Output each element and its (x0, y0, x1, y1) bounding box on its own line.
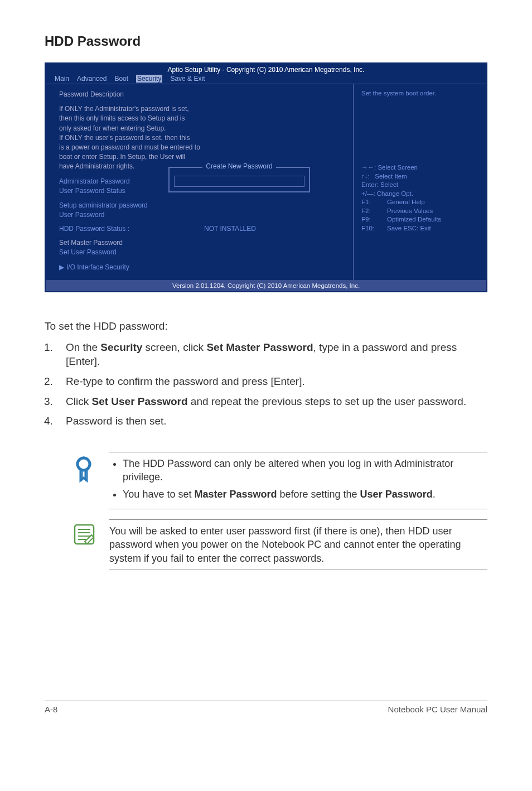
pwd-desc-title: Password Description (59, 90, 343, 99)
tab-security[interactable]: Security (136, 75, 162, 83)
user-password-item[interactable]: User Password (59, 210, 343, 219)
bios-right-pane: Set the system boot order. →←: Select Sc… (354, 84, 486, 280)
pwd-desc-line: If ONLY the user's password is set, then… (59, 133, 343, 142)
password-input[interactable] (174, 176, 304, 187)
step-3: Click Set User Password and repeat the p… (56, 394, 487, 409)
note-text: You will be asked to enter user password… (109, 519, 487, 570)
pwd-desc-line: only asked for when entering Setup. (59, 124, 343, 133)
tab-advanced[interactable]: Advanced (77, 75, 107, 83)
important-bullet-1: The HDD Password can only be altered whe… (123, 457, 487, 484)
pwd-desc-line: then this only limits access to Setup an… (59, 114, 343, 123)
svg-rect-1 (75, 525, 94, 544)
step-1: On the Security screen, click Set Master… (56, 340, 487, 369)
page-number: A-8 (45, 705, 57, 714)
note-callout: You will be asked to enter user password… (72, 519, 487, 570)
help-list: →←: Select Screen ↑↓: Select Item Enter:… (361, 163, 478, 233)
important-icon (72, 452, 98, 509)
setup-admin-password-item[interactable]: Setup administrator password (59, 201, 343, 210)
pwd-desc-line: boot or enter Setup. In Setup, the User … (59, 152, 343, 161)
tab-boot[interactable]: Boot (114, 75, 128, 83)
right-hint: Set the system boot order. (361, 90, 478, 97)
set-user-password-item[interactable]: Set User Password (59, 248, 343, 257)
step-4: Password is then set. (56, 414, 487, 428)
bios-screenshot: Aptio Setup Utility - Copyright (C) 2010… (45, 62, 487, 292)
submenu-arrow-icon: ▶ (59, 263, 64, 271)
hdd-password-status-label: HDD Password Status : (59, 225, 204, 233)
section-title: HDD Password (45, 33, 487, 49)
intro-text: To set the HDD password: (45, 320, 487, 332)
bios-tabs: Main Advanced Boot Security Save & Exit (46, 74, 486, 84)
arrows-vertical-icon: ↑↓ (361, 173, 368, 180)
create-password-popup: Create New Password (168, 167, 310, 192)
set-master-password-item[interactable]: Set Master Password (59, 238, 343, 247)
note-icon (72, 519, 98, 570)
page-footer: A-8 Notebook PC User Manual (45, 701, 487, 714)
bios-header: Aptio Setup Utility - Copyright (C) 2010… (46, 64, 486, 74)
pwd-desc-line: If ONLY the Administrator's password is … (59, 104, 343, 113)
bios-left-pane: Password Description If ONLY the Adminis… (46, 84, 354, 280)
important-callout: The HDD Password can only be altered whe… (72, 452, 487, 509)
important-bullet-2: You have to set Master Password before s… (123, 488, 487, 501)
svg-point-0 (78, 459, 89, 470)
manual-title: Notebook PC User Manual (388, 705, 487, 714)
bios-footer: Version 2.01.1204. Copyright (C) 2010 Am… (46, 280, 486, 291)
arrows-horizontal-icon: →← (361, 164, 374, 171)
tab-main[interactable]: Main (55, 75, 69, 83)
pwd-desc-line: is a power on password and must be enter… (59, 143, 343, 152)
steps-list: On the Security screen, click Set Master… (45, 340, 487, 434)
io-interface-security-item[interactable]: ▶I/O Interface Security (59, 263, 343, 272)
hdd-password-status-value: NOT INSTALLED (204, 225, 256, 233)
popup-title: Create New Password (202, 162, 275, 170)
step-2: Re-type to confirm the password and pres… (56, 374, 487, 389)
tab-save-exit[interactable]: Save & Exit (170, 75, 205, 83)
